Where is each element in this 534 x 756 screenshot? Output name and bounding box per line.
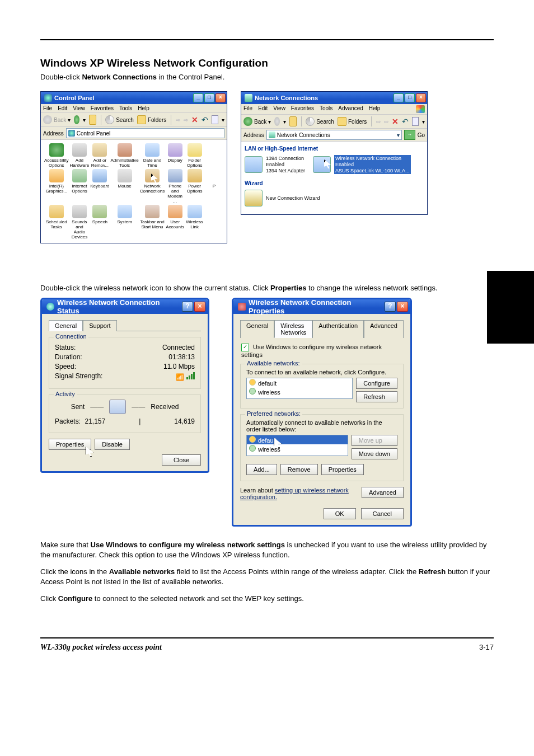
refresh-button[interactable]: Refresh [356, 391, 397, 402]
movedown-button[interactable]: Move down [352, 448, 397, 459]
new-connection-wizard[interactable]: New Connection Wizard [245, 190, 425, 206]
cp-item-network-connections[interactable]: Network Connections [140, 169, 165, 204]
remove-button[interactable]: Remove [280, 464, 318, 475]
menu-help[interactable]: Help [369, 105, 381, 113]
close-dialog-button[interactable]: Close [162, 454, 201, 466]
menu-view[interactable]: View [73, 105, 85, 111]
cp-item[interactable]: User Accounts [166, 205, 184, 240]
close-button[interactable]: × [416, 93, 426, 102]
moveup-button[interactable]: Move up [352, 435, 397, 446]
cp-item[interactable]: Intel(R) Graphics... [44, 169, 69, 204]
undo-icon[interactable]: ↶ [402, 117, 409, 126]
search-icon[interactable] [105, 115, 114, 124]
properties-button[interactable]: Properties [49, 439, 91, 450]
close-button[interactable]: × [397, 302, 408, 312]
menu-tools[interactable]: Tools [119, 105, 132, 111]
maximize-button[interactable]: □ [204, 93, 214, 102]
cancel-button[interactable]: Cancel [361, 508, 404, 519]
cp-item[interactable]: Add or Remov... [90, 143, 109, 168]
cp-item[interactable]: Mouse [111, 169, 139, 204]
cp-item[interactable]: Power Options [185, 169, 204, 204]
menu-edit[interactable]: Edit [58, 105, 67, 111]
copyto-icon[interactable]: ⇨ [384, 119, 388, 125]
undo-icon[interactable]: ↶ [202, 115, 208, 124]
copyto-icon[interactable]: ⇨ [184, 117, 188, 123]
cp-item[interactable] [205, 143, 223, 168]
preferred-properties-button[interactable]: Properties [321, 464, 364, 475]
cp-item[interactable]: Speech [90, 205, 109, 240]
menu-file[interactable]: File [243, 105, 252, 113]
views-icon[interactable] [412, 117, 419, 126]
connection-1394[interactable]: 1394 Connection Enabled 1394 Net Adapter [245, 155, 305, 174]
menu-view[interactable]: View [273, 105, 285, 113]
cp-item[interactable]: Keyboard [90, 169, 109, 204]
configure-button[interactable]: Configure [356, 378, 397, 389]
close-button[interactable]: × [216, 93, 226, 102]
menu-tools[interactable]: Tools [320, 105, 332, 113]
connection-wireless[interactable]: Wireless Network Connection Enabled ASUS… [313, 155, 411, 174]
cp-item[interactable]: Add Hardware [70, 143, 90, 168]
forward-icon[interactable] [74, 115, 79, 124]
minimize-button[interactable]: _ [193, 93, 203, 102]
menu-file[interactable]: File [43, 105, 52, 111]
menu-favorites[interactable]: Favorites [91, 105, 114, 111]
delete-icon[interactable]: ✕ [392, 117, 399, 126]
views-icon[interactable] [212, 115, 218, 124]
folders-label: Folders [348, 119, 367, 125]
cp-item[interactable]: Internet Options [70, 169, 90, 204]
learn-text: Learn about setting up wireless network … [240, 487, 356, 500]
cp-item[interactable]: Scheduled Tasks [44, 205, 69, 240]
cp-item[interactable]: Wireless Link [185, 205, 204, 240]
cp-item[interactable]: Taskbar and Start Menu [140, 205, 165, 240]
folders-label: Folders [148, 117, 166, 123]
back-icon[interactable] [243, 117, 252, 126]
cp-item[interactable]: Phone and Modem ... [166, 169, 184, 204]
tab-advanced[interactable]: Advanced [364, 320, 404, 338]
menu-help[interactable]: Help [138, 105, 149, 111]
cp-item[interactable]: Folder Options [185, 143, 204, 168]
go-button[interactable]: → [404, 130, 415, 140]
forward-icon[interactable] [274, 117, 280, 126]
menu-edit[interactable]: Edit [258, 105, 268, 113]
minimize-button[interactable]: _ [394, 93, 404, 102]
address-bar: Address Network Connections ▾ → Go [241, 129, 427, 142]
folders-icon[interactable] [137, 115, 146, 124]
use-windows-checkbox[interactable]: ✓ [241, 344, 249, 351]
cp-item[interactable]: Accessibility Options [44, 143, 69, 168]
ok-button[interactable]: OK [324, 508, 356, 519]
tab-support[interactable]: Support [83, 320, 117, 331]
help-button[interactable]: ? [182, 302, 193, 312]
tab-general[interactable]: General [49, 320, 83, 331]
up-icon[interactable] [89, 115, 96, 125]
available-list[interactable]: default wireless [246, 378, 353, 399]
cp-item[interactable]: Administrative Tools [111, 143, 139, 168]
disable-button[interactable]: Disable [95, 439, 130, 450]
cp-item[interactable]: Display [166, 143, 184, 168]
tab-wireless-networks[interactable]: Wireless Networks [274, 320, 312, 338]
address-input[interactable]: Control Panel [66, 128, 224, 138]
close-button[interactable]: × [194, 302, 205, 312]
speed-label: Speed: [55, 363, 76, 370]
cp-item[interactable]: Sounds and Audio Devices [70, 205, 90, 240]
address-input[interactable]: Network Connections ▾ [266, 130, 402, 140]
maximize-button[interactable]: □ [405, 93, 415, 102]
up-icon[interactable] [289, 116, 296, 126]
cp-item[interactable]: P [205, 169, 223, 204]
tab-authentication[interactable]: Authentication [312, 320, 364, 338]
menu-advanced[interactable]: Advanced [338, 105, 363, 113]
folders-icon[interactable] [338, 117, 346, 126]
back-icon[interactable] [43, 115, 52, 124]
cp-item[interactable]: System [111, 205, 139, 240]
help-button[interactable]: ? [385, 302, 396, 312]
tab-general[interactable]: General [240, 320, 274, 338]
moveto-icon[interactable]: ⇨ [176, 117, 180, 123]
search-icon[interactable] [306, 117, 315, 126]
preferred-list[interactable]: default wireless [246, 435, 348, 456]
packets-sent: 21,157 [85, 417, 105, 425]
advanced-button[interactable]: Advanced [362, 487, 404, 498]
menu-favorites[interactable]: Favorites [291, 105, 314, 113]
add-button[interactable]: Add... [246, 464, 277, 475]
delete-icon[interactable]: ✕ [191, 115, 198, 124]
moveto-icon[interactable]: ⇨ [376, 119, 381, 125]
cp-item[interactable]: Date and Time [140, 143, 165, 168]
